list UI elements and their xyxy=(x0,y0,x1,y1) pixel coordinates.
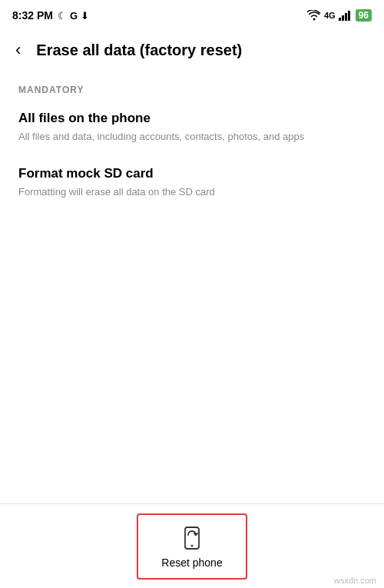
svg-rect-1 xyxy=(342,15,344,21)
bottom-reset-area: Reset phone xyxy=(0,503,384,588)
option-sd-card-title: Format mock SD card xyxy=(18,166,366,181)
google-icon: G xyxy=(70,10,78,22)
content: MANDATORY All files on the phone All fil… xyxy=(0,72,384,233)
reset-phone-button[interactable]: Reset phone xyxy=(137,513,247,580)
svg-rect-0 xyxy=(339,18,341,21)
svg-rect-2 xyxy=(345,13,347,21)
wifi-icon xyxy=(307,10,321,21)
battery-icon: 96 xyxy=(356,9,372,22)
status-bar-right: 4G 96 xyxy=(307,9,372,22)
svg-rect-3 xyxy=(348,11,350,21)
status-bar-left: 8:32 PM ☾ G ⬇ xyxy=(12,9,89,22)
4g-icon: 4G xyxy=(324,11,336,20)
watermark: wsxdn.com xyxy=(334,576,376,585)
reset-icon-svg xyxy=(180,526,204,550)
reset-phone-icon xyxy=(178,524,206,552)
status-bar: 8:32 PM ☾ G ⬇ 4G 96 xyxy=(0,0,384,28)
signal-icon xyxy=(339,10,353,21)
back-button[interactable]: ‹ xyxy=(12,37,24,63)
option-all-files: All files on the phone All files and dat… xyxy=(18,111,366,145)
option-sd-card: Format mock SD card Formatting will eras… xyxy=(18,166,366,200)
header: ‹ Erase all data (factory reset) xyxy=(0,28,384,72)
mandatory-label: MANDATORY xyxy=(18,85,366,95)
option-all-files-title: All files on the phone xyxy=(18,111,366,126)
status-icons-left: ☾ G ⬇ xyxy=(58,10,89,22)
moon-icon: ☾ xyxy=(58,10,67,22)
battery-level: 96 xyxy=(359,10,369,21)
page-title: Erase all data (factory reset) xyxy=(36,40,242,60)
download-icon: ⬇ xyxy=(81,10,89,22)
svg-point-5 xyxy=(191,544,194,546)
option-all-files-subtitle: All files and data, including accounts, … xyxy=(18,129,366,145)
option-sd-card-subtitle: Formatting will erase all data on the SD… xyxy=(18,184,366,200)
status-time: 8:32 PM xyxy=(12,9,53,22)
reset-phone-label: Reset phone xyxy=(161,556,222,569)
